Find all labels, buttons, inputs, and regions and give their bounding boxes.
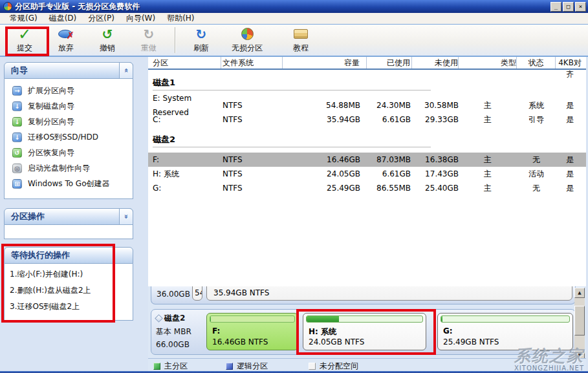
wizards-panel: 向导 « → 扩展分区向导 ↓ 复制磁盘向导 ↓ 复制分区向导 ↓ 迁 (4, 62, 133, 199)
disk2-info[interactable]: 磁盘2 基本 MBR 66.00GB (156, 313, 205, 349)
col-filesystem[interactable]: 文件系统 (221, 57, 283, 69)
legend-logical: 逻辑分区 (226, 361, 268, 372)
cell-unused: 30.58MB (412, 98, 459, 112)
cell-capacity: 16.46GB (283, 153, 367, 167)
pie-chart-icon (241, 28, 254, 40)
watermark: 系统之家 XITONGZHIJIA.NET (514, 348, 584, 372)
cell-used: 6.61GB (367, 112, 412, 127)
menu-disk[interactable]: 磁盘(D) (43, 13, 83, 24)
wizards-panel-header[interactable]: 向导 « (4, 62, 133, 79)
cell-4kb: 是 (556, 181, 584, 195)
watermark-logo: 系统之家 (514, 348, 584, 365)
wizard-extend-partition[interactable]: → 扩展分区向导 (5, 83, 133, 98)
wizard-boot-cd[interactable]: ◎ 启动光盘制作向导 (5, 160, 133, 176)
wizard-copy-disk[interactable]: ↓ 复制磁盘向导 (5, 98, 133, 114)
wizards-panel-title: 向导 (5, 63, 133, 78)
wizard-migrate-os[interactable]: ↓ 迁移OS到SSD/HDD (5, 129, 133, 145)
col-unused[interactable]: 未使用 (412, 57, 459, 69)
disk2-capacity: 66.00GB (156, 340, 205, 349)
disk1-capacity: 36.00GB (157, 290, 190, 299)
col-status[interactable]: 状态 (517, 57, 556, 69)
window-title: 分区助手专业版 - 无损分区免费软件 (15, 1, 549, 12)
table-row-c[interactable]: C: NTFS 35.94GB 6.61GB 29.33GB 主 引导 是 (148, 112, 586, 127)
annotation-box-h-partition (296, 309, 436, 355)
table-row-f[interactable]: F: NTFS 16.46GB 87.03MB 16.38GB 主 无 是 (148, 153, 586, 167)
cell-4kb: 是 (556, 98, 584, 112)
partition-block-g[interactable]: G: 25.49GB NTFS (437, 313, 573, 350)
tutorial-button[interactable]: 教程 (280, 25, 321, 56)
col-type[interactable]: 类型 (459, 57, 517, 69)
wizards-panel-body: → 扩展分区向导 ↓ 复制磁盘向导 ↓ 复制分区向导 ↓ 迁移OS到SSD/HD… (4, 79, 133, 199)
disk1-partition-c-block[interactable]: 35.94GB NTFS (206, 286, 572, 301)
migrate-os-icon: ↓ (12, 133, 22, 142)
lossless-partition-button[interactable]: 无损分区 (222, 25, 272, 56)
minimize-button[interactable]: _ (550, 2, 561, 12)
redo-button[interactable]: ↻ 重做 (128, 25, 169, 56)
usage-bar-g (441, 315, 570, 323)
collapse-chevron-icon[interactable]: « (119, 62, 133, 79)
partition-block-f[interactable]: F: 16.46GB NTFS (206, 313, 298, 350)
cell-partition: G: (148, 181, 221, 195)
partition-ops-header[interactable]: 分区操作 « (4, 208, 133, 225)
scrollbar-thumb[interactable] (574, 306, 585, 336)
menu-help[interactable]: 帮助(H) (161, 13, 200, 24)
legend-primary: 主分区 (153, 361, 188, 372)
boot-cd-icon: ◎ (12, 164, 22, 173)
cell-status: 引导 (517, 112, 556, 127)
maximize-button[interactable]: □ (563, 2, 574, 12)
cell-unused: 17.43GB (412, 167, 459, 181)
partition-ops-title: 分区操作 (5, 209, 133, 224)
annotation-box-pending-ops (1, 244, 115, 323)
disk2-group-row[interactable]: 磁盘2 (148, 133, 586, 147)
cell-4kb: 是 (556, 112, 584, 127)
cell-used: 6.61GB (367, 167, 412, 181)
cell-used: 87.03MB (367, 153, 412, 167)
usage-bar-f (210, 315, 295, 323)
wizard-partition-recovery[interactable]: ↺ 分区恢复向导 (5, 145, 133, 160)
col-partition[interactable]: 分区 (148, 57, 221, 69)
extend-partition-icon: → (12, 86, 22, 96)
menu-general[interactable]: 常规(G) (4, 13, 43, 24)
disk2-style: 基本 MBR (156, 326, 205, 337)
close-button[interactable]: × (575, 2, 586, 12)
table-row-g[interactable]: G: NTFS 25.49GB 86.55MB 25.40GB 主 无 是 (148, 181, 586, 195)
cell-capacity: 24.05GB (283, 167, 367, 181)
cell-partition: C: (148, 112, 221, 127)
cell-capacity: 54.88MB (283, 98, 367, 112)
cell-fs: NTFS (221, 181, 283, 195)
cell-type: 主 (459, 98, 517, 112)
expand-chevron-icon[interactable]: « (119, 208, 133, 225)
cell-used: 24.30MB (367, 98, 412, 112)
disk1-partition-e-block[interactable]: 54.88MB NTFS (192, 286, 202, 301)
wizard-windows-to-go[interactable]: ⊞ Windows To Go创建器 (5, 176, 133, 191)
col-capacity[interactable]: 容量 (283, 57, 367, 69)
col-4kb[interactable]: 4KB对齐 (556, 57, 584, 69)
cell-fs: NTFS (221, 98, 283, 112)
disk2-name: 磁盘2 (164, 313, 185, 324)
cell-4kb: 是 (556, 153, 584, 167)
undo-icon: ↺ (102, 27, 113, 42)
scroll-up-icon[interactable]: ▲ (574, 288, 585, 298)
col-used[interactable]: 已使用 (367, 57, 412, 69)
wizard-copy-partition[interactable]: ↓ 复制分区向导 (5, 114, 133, 129)
refresh-button[interactable]: ↻ 刷新 (180, 25, 222, 56)
menu-wizard[interactable]: 向导(W) (120, 13, 161, 24)
cell-fs: NTFS (221, 153, 283, 167)
table-row-e[interactable]: E: System Reserved NTFS 54.88MB 24.30MB … (148, 98, 586, 112)
cell-partition: H: 系统 (148, 167, 221, 181)
cell-status: 无 (517, 181, 556, 195)
menu-partition[interactable]: 分区(P) (82, 13, 120, 24)
table-row-h[interactable]: H: 系统 NTFS 24.05GB 6.61GB 17.43GB 主 活动 是 (148, 167, 586, 181)
cell-unused: 25.40GB (412, 181, 459, 195)
undo-button[interactable]: ↺ 撤销 (87, 25, 128, 56)
cell-fs: NTFS (221, 167, 283, 181)
cell-capacity: 25.49GB (283, 181, 367, 195)
discard-button[interactable]: ✗ 放弃 (45, 25, 87, 56)
tutorial-icon (294, 29, 308, 39)
disk1-strip-partial[interactable]: 36.00GB 54.88MB NTFS 35.94GB NTFS (151, 286, 576, 304)
cell-unused: 16.38GB (412, 153, 459, 167)
disk1-group-row[interactable]: 磁盘1 (148, 76, 586, 91)
redo-icon: ↻ (144, 27, 155, 42)
watermark-url: XITONGZHIJIA.NET (514, 365, 584, 372)
logical-partition-icon (226, 363, 233, 370)
